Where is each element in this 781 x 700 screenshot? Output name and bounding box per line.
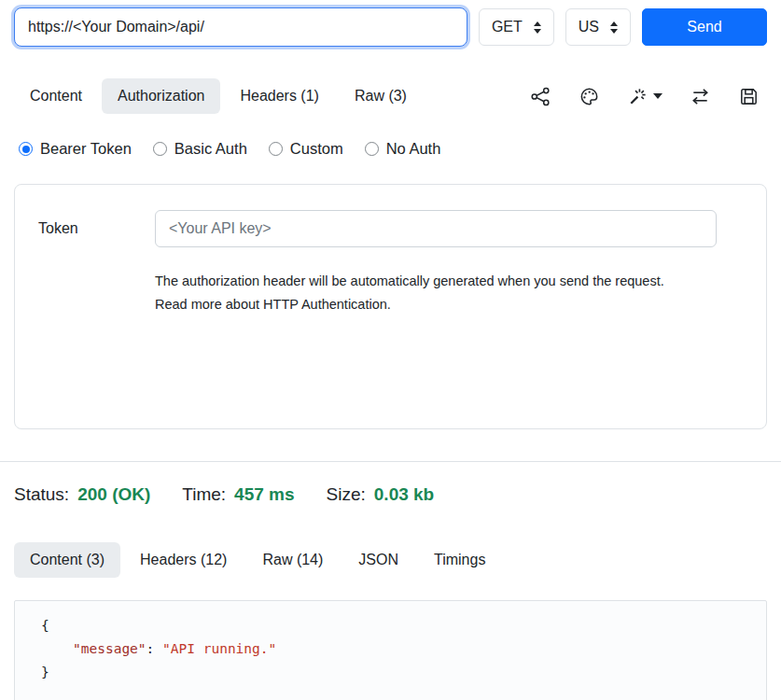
auth-option-custom[interactable]: Custom <box>269 140 343 158</box>
up-down-arrows-icon <box>534 21 541 34</box>
region-select[interactable]: US <box>565 8 631 46</box>
tab-content[interactable]: Content <box>14 78 98 114</box>
tab-raw[interactable]: Raw (3) <box>339 78 423 114</box>
time-value: 457 ms <box>234 484 294 505</box>
radio-unchecked-icon <box>365 142 379 156</box>
auth-option-no-auth[interactable]: No Auth <box>365 140 441 158</box>
response-tab-json[interactable]: JSON <box>342 542 414 578</box>
tab-headers[interactable]: Headers (1) <box>224 78 334 114</box>
request-bar: GET US Send <box>0 0 781 47</box>
palette-icon[interactable] <box>579 86 600 107</box>
response-summary: Status: 200 (OK) Time: 457 ms Size: 0.03… <box>0 462 781 505</box>
size-label: Size: <box>327 484 366 505</box>
tab-authorization[interactable]: Authorization <box>102 78 220 114</box>
auth-help-text: The authorization header will be automat… <box>155 270 691 317</box>
json-line: "message": "API running." <box>15 637 766 661</box>
json-value: "API running." <box>162 641 276 656</box>
auth-panel: Token The authorization header will be a… <box>14 184 767 429</box>
json-close-brace: } <box>41 665 49 679</box>
size-value: 0.03 kb <box>374 484 434 505</box>
status-pair: Status: 200 (OK) <box>14 484 150 505</box>
radio-checked-icon <box>19 142 33 156</box>
share-nodes-icon[interactable] <box>530 86 551 107</box>
size-pair: Size: 0.03 kb <box>327 484 435 505</box>
status-value: 200 (OK) <box>77 484 150 505</box>
response-tab-content[interactable]: Content (3) <box>14 542 120 578</box>
send-button[interactable]: Send <box>642 8 767 46</box>
url-input[interactable] <box>14 7 467 47</box>
method-select-value: GET <box>492 19 523 35</box>
json-line: { <box>15 614 766 637</box>
response-tabs: Content (3) Headers (12) Raw (14) JSON T… <box>0 505 781 578</box>
radio-unchecked-icon <box>153 142 167 156</box>
token-input[interactable] <box>155 210 717 247</box>
response-tab-raw[interactable]: Raw (14) <box>246 542 339 578</box>
save-icon[interactable] <box>738 86 760 107</box>
json-open-brace: { <box>41 618 49 633</box>
toolbar-icons <box>530 86 767 107</box>
json-separator: : <box>146 641 162 656</box>
auth-option-label: Bearer Token <box>40 140 132 158</box>
swap-arrows-icon[interactable] <box>690 86 711 107</box>
status-label: Status: <box>14 484 69 505</box>
json-key: "message" <box>73 641 146 656</box>
up-down-arrows-icon <box>610 21 618 34</box>
json-line: } <box>15 661 766 684</box>
radio-unchecked-icon <box>269 142 283 156</box>
response-tab-headers[interactable]: Headers (12) <box>124 542 243 578</box>
region-select-value: US <box>579 19 599 35</box>
magic-wand-button[interactable] <box>627 86 662 107</box>
response-tab-timings[interactable]: Timings <box>418 542 501 578</box>
token-label: Token <box>38 220 155 237</box>
auth-option-basic-auth[interactable]: Basic Auth <box>153 140 247 158</box>
auth-option-label: No Auth <box>386 140 441 158</box>
auth-option-bearer-token[interactable]: Bearer Token <box>19 140 132 158</box>
auth-type-options: Bearer Token Basic Auth Custom No Auth <box>0 114 781 158</box>
method-select[interactable]: GET <box>479 8 554 46</box>
time-pair: Time: 457 ms <box>182 484 294 505</box>
time-label: Time: <box>182 484 226 505</box>
caret-down-icon <box>653 93 662 99</box>
response-body: { "message": "API running." } <box>14 600 767 700</box>
auth-option-label: Custom <box>290 140 343 158</box>
auth-option-label: Basic Auth <box>174 140 247 158</box>
request-tabs: Content Authorization Headers (1) Raw (3… <box>0 47 781 114</box>
magic-wand-icon <box>627 86 649 107</box>
